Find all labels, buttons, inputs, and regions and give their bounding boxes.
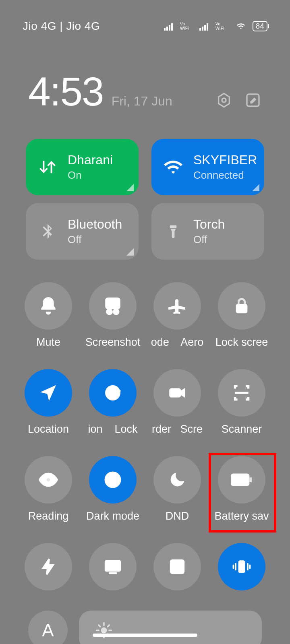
vibrate-toggle[interactable] xyxy=(209,543,274,604)
wifi-title: SKYFIBER xyxy=(193,153,257,167)
bluetooth-tile[interactable]: Bluetooth Off xyxy=(26,203,139,260)
gesture-nav-bar[interactable] xyxy=(93,634,197,637)
svg-text:Vo: Vo xyxy=(215,22,221,26)
reading-mode-toggle[interactable]: Reading xyxy=(16,456,81,537)
brightness-slider[interactable] xyxy=(79,611,262,644)
clock-date: Fri, 17 Jun xyxy=(112,94,172,109)
gear-icon xyxy=(216,92,232,108)
expand-corner-icon xyxy=(252,184,259,191)
vowifi-icon: VoWiFi xyxy=(215,22,229,31)
svg-point-17 xyxy=(107,309,112,314)
svg-rect-9 xyxy=(207,23,208,31)
svg-rect-22 xyxy=(170,389,180,397)
bluetooth-icon xyxy=(36,223,59,240)
floating-window-toggle[interactable] xyxy=(145,543,209,604)
panel-header: 4:53 Fri, 17 Jun xyxy=(0,52,290,115)
dnd-label: DND xyxy=(166,510,189,522)
svg-rect-31 xyxy=(239,561,245,573)
svg-rect-2 xyxy=(169,25,170,31)
wifi-tile[interactable]: SKYFIBER Connected xyxy=(151,139,264,195)
lock-label: Lock scree xyxy=(215,336,268,349)
vowifi-icon: VoWiFi xyxy=(180,22,194,31)
expand-corner-icon xyxy=(126,248,134,256)
clock-time: 4:53 xyxy=(28,68,104,115)
mobile-data-icon xyxy=(36,158,59,176)
rotation-lock-icon xyxy=(103,383,123,403)
signal-icon xyxy=(199,22,210,31)
svg-text:Vo: Vo xyxy=(180,22,185,26)
svg-rect-21 xyxy=(110,391,116,396)
svg-text:WiFi: WiFi xyxy=(180,26,189,31)
edit-button[interactable] xyxy=(244,91,262,109)
bell-icon xyxy=(38,296,58,316)
record-label: rder Scre xyxy=(152,423,203,436)
airplane-icon xyxy=(167,296,187,316)
svg-rect-7 xyxy=(202,27,203,31)
scanner-icon xyxy=(232,383,252,403)
dark-mode-label: Dark mode xyxy=(86,510,139,522)
svg-rect-1 xyxy=(166,27,168,31)
lock-icon xyxy=(232,297,251,315)
svg-marker-12 xyxy=(219,93,230,107)
bluetooth-sub: Off xyxy=(68,233,122,246)
lock-screen-toggle[interactable]: Lock scree xyxy=(209,282,274,363)
torch-title: Torch xyxy=(193,217,225,232)
status-indicators: VoWiFi VoWiFi 84 xyxy=(164,21,267,31)
quick-tiles: Dharani On SKYFIBER Connected Bluetooth … xyxy=(0,115,290,260)
expand-corner-icon xyxy=(126,184,134,191)
auto-brightness-label: A xyxy=(42,620,54,640)
scissors-icon xyxy=(103,296,123,316)
mobile-data-title: Dharani xyxy=(68,153,113,167)
dnd-toggle[interactable]: DND xyxy=(145,456,209,537)
brightness-row: A xyxy=(0,604,290,644)
eye-icon xyxy=(38,469,59,490)
mobile-data-sub: On xyxy=(68,169,113,182)
svg-rect-28 xyxy=(106,561,120,571)
mobile-data-tile[interactable]: Dharani On xyxy=(26,139,139,195)
location-label: Location xyxy=(28,423,69,436)
svg-rect-15 xyxy=(170,225,177,228)
boost-toggle[interactable] xyxy=(16,543,81,604)
status-bar: Jio 4G | Jio 4G VoWiFi VoWiFi 84 xyxy=(0,0,290,52)
rotation-label: ion Lock xyxy=(88,423,137,436)
mute-label: Mute xyxy=(36,336,60,349)
svg-line-40 xyxy=(108,625,109,627)
wifi-icon xyxy=(162,157,184,177)
svg-rect-8 xyxy=(204,25,206,31)
dark-mode-icon xyxy=(103,470,122,489)
status-carrier: Jio 4G | Jio 4G xyxy=(23,20,100,33)
svg-text:WiFi: WiFi xyxy=(215,26,224,31)
location-icon xyxy=(39,384,58,402)
rotation-lock-toggle[interactable]: ion Lock xyxy=(81,369,145,450)
torch-sub: Off xyxy=(193,233,225,246)
moon-icon xyxy=(168,470,187,489)
mute-toggle[interactable]: Mute xyxy=(16,282,81,363)
highlight-annotation xyxy=(209,453,276,533)
scanner-label: Scanner xyxy=(222,423,262,436)
airplane-toggle[interactable]: ode Aero xyxy=(145,282,209,363)
svg-rect-6 xyxy=(199,28,201,31)
scanner-toggle[interactable]: Scanner xyxy=(209,369,274,450)
wifi-sub: Connected xyxy=(193,169,257,182)
svg-line-37 xyxy=(99,625,100,627)
small-toggles: Mute Screenshot ode Aero Lock scree Loca… xyxy=(0,260,290,604)
location-toggle[interactable]: Location xyxy=(16,369,81,450)
signal-icon xyxy=(164,22,174,31)
svg-point-18 xyxy=(114,309,119,314)
screenshot-toggle[interactable]: Screenshot xyxy=(81,282,145,363)
monitor-icon xyxy=(103,557,122,576)
svg-point-24 xyxy=(46,477,51,483)
vibrate-icon xyxy=(230,557,253,576)
dark-mode-toggle[interactable]: Dark mode xyxy=(81,456,145,537)
reading-label: Reading xyxy=(28,510,69,522)
wifi-icon xyxy=(235,22,247,31)
airplane-label: ode Aero xyxy=(151,336,204,349)
settings-button[interactable] xyxy=(215,91,233,109)
auto-brightness-button[interactable]: A xyxy=(28,611,68,644)
torch-icon xyxy=(162,223,184,240)
bluetooth-title: Bluetooth xyxy=(68,217,122,232)
battery-indicator: 84 xyxy=(253,21,267,31)
torch-tile[interactable]: Torch Off xyxy=(151,203,264,260)
cast-toggle[interactable] xyxy=(81,543,145,604)
screen-record-toggle[interactable]: rder Scre xyxy=(145,369,209,450)
